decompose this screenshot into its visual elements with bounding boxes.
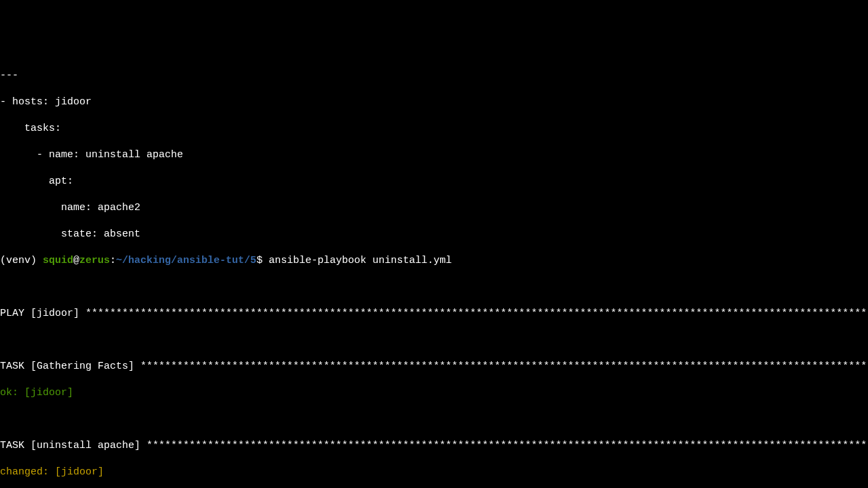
- yaml-line: ---: [0, 69, 868, 83]
- yaml-line: state: absent: [0, 228, 868, 241]
- task-result-changed: changed: [jidoor]: [0, 466, 868, 479]
- terminal-output[interactable]: --- - hosts: jidoor tasks: - name: unins…: [0, 56, 868, 488]
- prompt-host: zerus: [79, 255, 110, 266]
- yaml-line: - hosts: jidoor: [0, 96, 868, 109]
- yaml-line: apt:: [0, 175, 868, 188]
- task-header: TASK [Gathering Facts] *****************…: [0, 360, 868, 373]
- yaml-line: - name: uninstall apache: [0, 148, 868, 162]
- blank-line: [0, 413, 868, 426]
- task-header: TASK [uninstall apache] ****************…: [0, 439, 868, 453]
- play-header: PLAY [jidoor] **************************…: [0, 307, 868, 321]
- yaml-line: name: apache2: [0, 201, 868, 215]
- blank-line: [0, 333, 868, 347]
- command-text: ansible-playbook uninstall.yml: [269, 255, 452, 266]
- prompt-user: squid: [43, 255, 73, 266]
- task-result-ok: ok: [jidoor]: [0, 386, 868, 400]
- yaml-line: tasks:: [0, 122, 868, 136]
- shell-prompt-line: (venv) squid@zerus:~/hacking/ansible-tut…: [0, 254, 868, 268]
- prompt-path: ~/hacking/ansible-tut/5: [116, 255, 256, 266]
- blank-line: [0, 281, 868, 294]
